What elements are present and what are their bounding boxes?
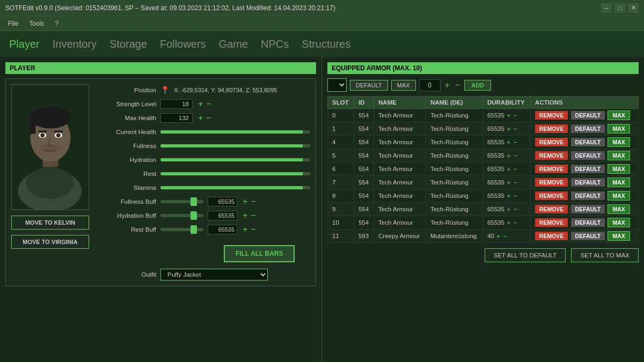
row-default-button[interactable]: DEFAULT <box>571 218 605 227</box>
hydration-buff-plus[interactable]: + <box>241 211 248 220</box>
row-default-button[interactable]: DEFAULT <box>571 165 605 173</box>
max-health-plus-button[interactable]: + <box>197 114 204 122</box>
armor-count-minus[interactable]: − <box>454 81 461 90</box>
tab-storage[interactable]: Storage <box>108 35 148 53</box>
durability-plus-button[interactable]: + <box>496 232 501 240</box>
rest-buff-plus[interactable]: + <box>241 225 248 234</box>
row-max-button[interactable]: MAX <box>608 164 630 174</box>
row-default-button[interactable]: DEFAULT <box>571 138 605 146</box>
row-max-button[interactable]: MAX <box>608 231 630 241</box>
table-row: 5 554 Tech Armour Tech-Rüstung 65535 + −… <box>328 149 639 162</box>
durability-minus-button[interactable]: − <box>513 205 518 213</box>
remove-button[interactable]: REMOVE <box>535 232 568 240</box>
row-default-button[interactable]: DEFAULT <box>571 205 605 213</box>
durability-plus-button[interactable]: + <box>506 165 511 173</box>
durability-minus-button[interactable]: − <box>513 192 518 200</box>
maximize-button[interactable]: □ <box>614 3 625 13</box>
tab-npcs[interactable]: NPCs <box>260 35 290 53</box>
cell-name-de: Tech-Rüstung <box>426 109 482 122</box>
row-max-button[interactable]: MAX <box>608 204 630 214</box>
cell-actions: REMOVE DEFAULT MAX <box>530 176 638 189</box>
move-to-kelvin-button[interactable]: MOVE TO KELVIN <box>11 216 89 230</box>
row-max-button[interactable]: MAX <box>608 137 630 147</box>
set-all-max-button[interactable]: SET ALL TO MAX <box>571 248 639 262</box>
durability-minus-button[interactable]: − <box>513 219 518 227</box>
hydration-label: Hydration <box>97 157 156 163</box>
remove-button[interactable]: REMOVE <box>535 124 568 133</box>
durability-minus-button[interactable]: − <box>513 112 518 120</box>
durability-minus-button[interactable]: − <box>513 152 518 160</box>
rest-label: Rest <box>97 171 156 177</box>
close-button[interactable]: ✕ <box>628 3 639 13</box>
strength-minus-button[interactable]: − <box>205 100 212 108</box>
armor-count-plus[interactable]: + <box>444 81 451 90</box>
remove-button[interactable]: REMOVE <box>535 218 568 227</box>
armor-add-button[interactable]: ADD <box>464 80 491 91</box>
tab-inventory[interactable]: Inventory <box>52 35 98 53</box>
durability-plus-button[interactable]: + <box>506 125 511 133</box>
move-to-virginia-button[interactable]: MOVE TO VIRGINIA <box>11 235 89 249</box>
tab-game[interactable]: Game <box>218 35 249 53</box>
remove-button[interactable]: REMOVE <box>535 205 568 213</box>
row-default-button[interactable]: DEFAULT <box>571 151 605 160</box>
armor-max-button[interactable]: MAX <box>391 80 416 91</box>
minimize-button[interactable]: ─ <box>601 3 612 13</box>
durability-plus-button[interactable]: + <box>506 205 511 213</box>
durability-plus-button[interactable]: + <box>506 112 511 120</box>
durability-plus-button[interactable]: + <box>506 138 511 146</box>
row-max-button[interactable]: MAX <box>608 178 630 187</box>
durability-plus-button[interactable]: + <box>506 179 511 187</box>
strength-row: Strength Level 18 + − <box>97 98 310 110</box>
armor-type-dropdown[interactable]: ▼ <box>327 78 347 92</box>
durability-minus-button[interactable]: − <box>513 138 518 146</box>
tab-followers[interactable]: Followers <box>159 35 207 53</box>
durability-plus-button[interactable]: + <box>506 152 511 160</box>
remove-button[interactable]: REMOVE <box>535 178 568 187</box>
durability-minus-button[interactable]: − <box>502 232 508 240</box>
row-max-button[interactable]: MAX <box>608 124 630 134</box>
remove-button[interactable]: REMOVE <box>535 191 568 200</box>
row-max-button[interactable]: MAX <box>608 151 630 160</box>
fullness-buff-minus[interactable]: − <box>250 197 257 206</box>
fullness-buff-value: 65535 <box>208 197 237 206</box>
hydration-buff-value: 65535 <box>208 211 237 220</box>
cell-durability: 65535 + − <box>482 203 530 216</box>
menu-file[interactable]: File <box>3 18 24 29</box>
svg-point-10 <box>56 133 61 137</box>
armor-default-button[interactable]: DEFAULT <box>350 80 388 91</box>
cell-slot: 11 <box>328 230 354 243</box>
rest-buff-minus[interactable]: − <box>250 225 257 234</box>
row-max-button[interactable]: MAX <box>608 218 630 227</box>
fill-all-bars-button[interactable]: FILL ALL BARS <box>224 245 295 262</box>
menu-tools[interactable]: Tools <box>24 18 49 29</box>
remove-button[interactable]: REMOVE <box>535 165 568 173</box>
durability-plus-button[interactable]: + <box>506 192 511 200</box>
svg-point-8 <box>40 133 45 137</box>
remove-button[interactable]: REMOVE <box>535 151 568 160</box>
menu-help[interactable]: ? <box>49 18 64 29</box>
durability-plus-button[interactable]: + <box>506 219 511 227</box>
cell-slot: 7 <box>328 176 354 189</box>
cell-slot: 10 <box>328 216 354 230</box>
row-default-button[interactable]: DEFAULT <box>571 178 605 187</box>
durability-minus-button[interactable]: − <box>513 165 518 173</box>
cell-name: Tech Armour <box>374 189 426 203</box>
durability-minus-button[interactable]: − <box>513 179 518 187</box>
tab-player[interactable]: Player <box>8 35 41 53</box>
outfit-select[interactable]: Puffy Jacket Tech Armour Camo Jacket Cre… <box>160 269 268 280</box>
row-default-button[interactable]: DEFAULT <box>571 124 605 133</box>
fullness-buff-plus[interactable]: + <box>241 197 248 206</box>
durability-minus-button[interactable]: − <box>513 125 518 133</box>
set-all-default-button[interactable]: SET ALL TO DEFAULT <box>485 248 566 262</box>
remove-button[interactable]: REMOVE <box>535 138 568 146</box>
remove-button[interactable]: REMOVE <box>535 111 568 120</box>
max-health-minus-button[interactable]: − <box>205 114 212 122</box>
hydration-buff-minus[interactable]: − <box>250 211 257 220</box>
strength-plus-button[interactable]: + <box>197 100 204 108</box>
row-max-button[interactable]: MAX <box>608 110 630 120</box>
row-max-button[interactable]: MAX <box>608 191 630 201</box>
row-default-button[interactable]: DEFAULT <box>571 111 605 120</box>
row-default-button[interactable]: DEFAULT <box>571 191 605 200</box>
row-default-button[interactable]: DEFAULT <box>571 232 605 240</box>
tab-structures[interactable]: Structures <box>301 35 352 53</box>
